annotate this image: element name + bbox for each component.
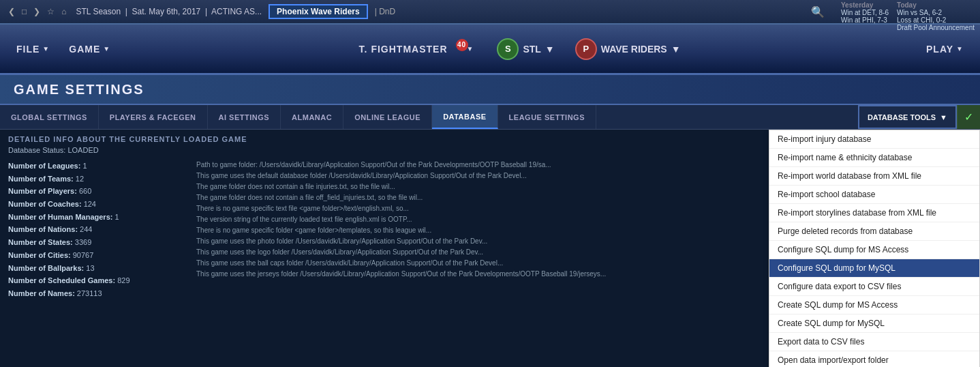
dnd-label: | DnD (375, 7, 395, 16)
stat-row: Number of States: 3369 (8, 236, 185, 249)
back-arrow[interactable]: ❮ (5, 5, 18, 18)
upcoming-schedule: UPCOMING SCHEDULE ∧ ∨ Yesterday Win at D… (841, 0, 975, 31)
stl-label: STL (523, 44, 540, 55)
forward-arrow[interactable]: ❯ (31, 5, 43, 18)
stat-row: Number of Teams: 12 (8, 173, 185, 186)
tab-almanac[interactable]: ALMANAC (281, 105, 343, 129)
nav-arrows[interactable]: ❮ □ ❯ ☆ ⌂ (5, 5, 70, 18)
dropdown-item[interactable]: Purge deleted records from database (769, 222, 979, 241)
tab-ai-settings[interactable]: AI SETTINGS (208, 105, 281, 129)
stat-row: Number of Cities: 90767 (8, 249, 185, 262)
season-info: STL Season | Sat. May 6th, 2017 | ACTING… (76, 7, 262, 16)
dropdown-item[interactable]: Open data import/export folder (769, 351, 979, 367)
today-r1: Win vs SA, 6-2 (897, 9, 975, 16)
page-title: GAME SETTINGS (14, 82, 144, 98)
stat-row: Number of Names: 273113 (8, 287, 185, 300)
play-arrow: ▼ (956, 45, 964, 53)
stat-row: Number of Ballparks: 13 (8, 262, 185, 275)
yesterday-label: Yesterday (841, 1, 889, 9)
stat-row: Number of Scheduled Games: 829 (8, 274, 185, 287)
db-tools-label: Database Tools (868, 113, 936, 121)
dropdown-item[interactable]: Configure data export to CSV files (769, 278, 979, 296)
tab-players-facegen[interactable]: PLAYERS & FACEGEN (99, 105, 208, 129)
stl-badge: S (497, 38, 519, 60)
tab-online-league[interactable]: ONLINE LEAGUE (343, 105, 432, 129)
stat-row: Number of Leagues: 1 (8, 160, 185, 173)
dropdown-item[interactable]: Re-import name & ethnicity database (769, 149, 979, 167)
home-icon[interactable]: ⌂ (59, 5, 69, 18)
yesterday-r1: Win at DET, 8-6 (841, 9, 889, 16)
content-area: DETAILED INFO ABOUT THE CURRENTLY LOADED… (0, 130, 980, 367)
today-r2: Loss at CHI, 0-2 (897, 16, 975, 24)
stat-row: Number of Coaches: 124 (8, 198, 185, 211)
stat-row: Number of Human Managers: 1 (8, 211, 185, 224)
dropdown-item[interactable]: Re-import storylines database from XML f… (769, 204, 979, 222)
db-tools-dropdown: Re-import injury databaseRe-import name … (769, 130, 980, 367)
tab-global-settings[interactable]: GLOBAL SETTINGS (0, 105, 99, 129)
dropdown-item[interactable]: Configure SQL dump for MySQL (769, 259, 979, 278)
main-nav: FILE ▼ GAME ▼ T. FIGHTMASTER 40 ▼ S STL … (0, 25, 980, 75)
yesterday-schedule: Yesterday Win at DET, 8-6 Win at PHI, 7-… (841, 1, 889, 31)
play-label: PLAY (926, 44, 953, 55)
settings-tabs: GLOBAL SETTINGS PLAYERS & FACEGEN AI SET… (0, 105, 980, 130)
waveriders-team[interactable]: P WAVE RIDERS ▼ (575, 38, 681, 60)
today-r3: Draft Pool Announcement (897, 24, 975, 31)
dropdown-item[interactable]: Create SQL dump for MySQL (769, 314, 979, 333)
file-arrow: ▼ (42, 45, 50, 53)
nav-center: T. FIGHTMASTER 40 ▼ S STL ▼ P WAVE RIDER… (127, 38, 910, 61)
stats-panel: Number of Leagues: 1Number of Teams: 12N… (8, 160, 185, 362)
search-icon[interactable]: 🔍 (811, 5, 825, 18)
dropdown-item[interactable]: Create SQL dump for MS Access (769, 296, 979, 314)
play-menu[interactable]: PLAY ▼ (923, 38, 966, 60)
page-title-bar: GAME SETTINGS (0, 75, 980, 105)
waveriders-label: WAVE RIDERS (601, 44, 667, 55)
today-schedule: Today Win vs SA, 6-2 Loss at CHI, 0-2 Dr… (897, 1, 975, 31)
tab-league-settings[interactable]: LEAGUE SETTINGS (498, 105, 596, 129)
top-bar: ❮ □ ❯ ☆ ⌂ STL Season | Sat. May 6th, 201… (0, 0, 980, 25)
wave-badge: P (575, 38, 597, 60)
today-label: Today (897, 1, 975, 9)
stl-arrow: ▼ (545, 44, 555, 55)
game-label: GAME (69, 44, 100, 55)
file-menu[interactable]: FILE ▼ (14, 38, 52, 60)
acting-label: ACTING AS... (211, 7, 262, 16)
dropdown-item[interactable]: Re-import world database from XML file (769, 167, 979, 186)
dropdown-item[interactable]: Re-import school database (769, 186, 979, 204)
game-menu[interactable]: GAME ▼ (66, 38, 113, 60)
db-tools-arrow: ▼ (940, 113, 947, 121)
manager-menu[interactable]: T. FIGHTMASTER 40 ▼ (356, 38, 477, 61)
stl-team[interactable]: S STL ▼ (497, 38, 554, 60)
file-label: FILE (16, 44, 40, 55)
dropdown-item[interactable]: Configure SQL dump for MS Access (769, 241, 979, 259)
stat-row: Number of Players: 660 (8, 185, 185, 198)
game-arrow: ▼ (103, 45, 110, 53)
team-badge[interactable]: Phoenix Wave Riders (269, 4, 368, 19)
waveriders-arrow: ▼ (671, 44, 681, 55)
manager-label: T. FIGHTMASTER (359, 44, 448, 55)
yesterday-r2: Win at PHI, 7-3 (841, 16, 889, 24)
check-button[interactable]: ✓ (957, 105, 980, 129)
season-label: STL Season (76, 7, 121, 16)
dropdown-item[interactable]: Re-import injury database (769, 130, 979, 149)
tab-database[interactable]: DATABASE (432, 105, 497, 129)
stat-row: Number of Nations: 244 (8, 223, 185, 236)
bookmark-icon[interactable]: □ (19, 5, 29, 18)
db-tools-button[interactable]: Database Tools ▼ (858, 105, 957, 129)
dropdown-item[interactable]: Export data to CSV files (769, 333, 979, 351)
star-icon[interactable]: ☆ (44, 5, 57, 18)
manager-badge: 40 (456, 39, 468, 51)
date-label: Sat. May 6th, 2017 (132, 7, 201, 16)
